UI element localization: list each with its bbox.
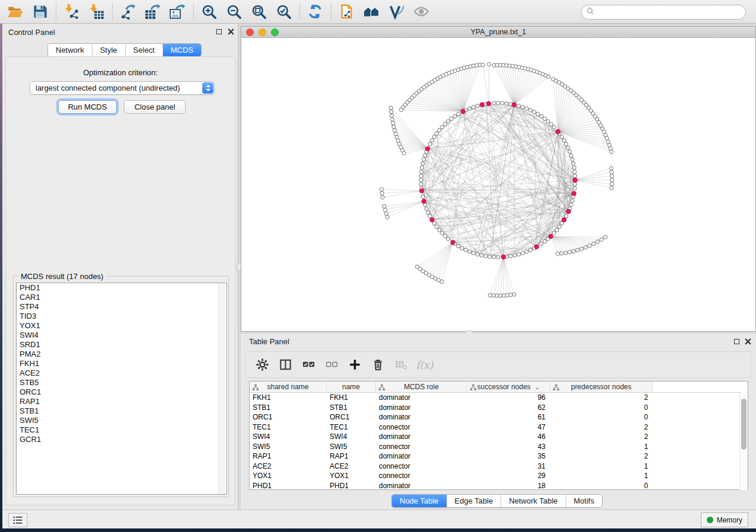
network-canvas[interactable] [241, 38, 755, 331]
float-panel-icon[interactable] [733, 338, 741, 345]
table-cell: RAP1 [250, 451, 327, 462]
mcds-result-list[interactable]: PHD1CAR1STP4TID3YOX1SWI4SRD1PMA2FKH1ACE2… [16, 283, 227, 495]
mcds-result-item[interactable]: SRD1 [17, 340, 227, 350]
mcds-result-item[interactable]: SWI4 [17, 331, 227, 340]
tab-style[interactable]: Style [92, 44, 125, 56]
search-box[interactable] [581, 5, 746, 20]
table-row[interactable]: ACE2ACE2connector311 [250, 462, 739, 472]
settings-gear-icon[interactable] [254, 357, 270, 373]
table-row[interactable]: YOX1YOX1connector291 [250, 471, 739, 481]
table-cell: STB1 [327, 403, 376, 413]
mcds-result-item[interactable]: ACE2 [17, 368, 227, 378]
network-from-document-icon[interactable] [336, 2, 356, 22]
mcds-result-item[interactable]: STB1 [17, 406, 227, 416]
table-row[interactable]: PHD1PHD1dominator180 [250, 481, 739, 491]
vizmapper-icon[interactable] [386, 2, 406, 22]
delete-column-icon[interactable] [370, 357, 385, 373]
save-session-icon[interactable] [30, 2, 50, 22]
table-cell: SWI5 [250, 442, 327, 452]
table-row[interactable]: TEC1TEC1connector472 [250, 422, 739, 432]
table-scrollbar-thumb[interactable] [741, 399, 747, 450]
add-column-icon[interactable] [347, 357, 362, 373]
tab-network-table[interactable]: Network Table [500, 495, 565, 507]
column-header-predecessor-nodes[interactable]: predecessor nodes [550, 382, 653, 393]
attribute-type-icon [553, 384, 560, 393]
mcds-result-item[interactable]: STB5 [17, 378, 227, 387]
table-row[interactable]: STB1STB1dominator620 [250, 403, 739, 413]
mcds-result-item[interactable]: TID3 [17, 312, 227, 321]
run-mcds-button[interactable]: Run MCDS [58, 100, 117, 114]
attribute-type-icon [470, 384, 477, 393]
task-history-button[interactable] [8, 513, 27, 527]
memory-status-icon [707, 517, 713, 523]
export-network-icon[interactable] [117, 2, 138, 22]
home-networks-icon[interactable] [361, 2, 381, 22]
table-cell: PHD1 [327, 481, 376, 491]
select-all-icon[interactable] [301, 357, 316, 373]
mcds-result-item[interactable]: STP4 [17, 302, 227, 312]
table-row[interactable]: SWI4SWI4dominator462 [250, 432, 739, 442]
mcds-result-item[interactable]: PHD1 [17, 283, 227, 293]
close-panel-icon[interactable] [227, 28, 235, 36]
table-cell: 2 [550, 432, 653, 442]
column-header-successor-nodes[interactable]: successor nodes⌄ [467, 382, 550, 393]
toolbar-separator [56, 4, 56, 20]
float-panel-icon[interactable] [215, 28, 223, 36]
export-image-icon[interactable] [167, 2, 187, 22]
table-cell: 35 [467, 451, 550, 462]
mcds-result-item[interactable]: RAP1 [17, 397, 227, 406]
table-scrollbar[interactable] [739, 393, 748, 490]
close-panel-icon[interactable] [744, 338, 752, 345]
tab-select[interactable]: Select [125, 44, 162, 56]
column-header-MCDS-role[interactable]: MCDS role [376, 382, 467, 393]
deselect-all-icon[interactable] [324, 357, 339, 373]
table-cell: ACE2 [250, 462, 327, 472]
import-table-icon[interactable] [86, 2, 106, 22]
mcds-result-item[interactable]: CAR1 [17, 293, 227, 302]
toolbar-separator [331, 4, 331, 20]
table-cell: dominator [376, 481, 467, 491]
zoom-in-icon[interactable] [199, 2, 219, 22]
zoom-selected-icon[interactable] [273, 2, 294, 22]
table-cell: YOX1 [250, 471, 327, 481]
mcds-result-item[interactable]: ORC1 [17, 387, 227, 397]
zoom-out-icon[interactable] [224, 2, 244, 22]
open-folder-icon[interactable] [5, 2, 25, 22]
mcds-result-item[interactable]: SWI5 [17, 416, 227, 425]
column-header-shared-name[interactable]: shared name [250, 382, 327, 393]
split-columns-icon[interactable] [277, 357, 293, 373]
mcds-result-item[interactable]: PMA2 [17, 350, 227, 359]
sort-chevron-icon[interactable]: ⌄ [535, 384, 540, 390]
memory-button[interactable]: Memory [701, 512, 748, 527]
column-header-label: name [342, 383, 360, 391]
table-panel-title: Table Panel [249, 337, 289, 346]
table-row[interactable]: ORC1ORC1dominator610 [250, 412, 739, 422]
column-header-name[interactable]: name [327, 382, 376, 393]
mcds-list-scrollbar[interactable] [218, 284, 226, 495]
mcds-result-item[interactable]: TEC1 [17, 425, 227, 435]
mcds-result-item[interactable]: FKH1 [17, 359, 227, 368]
table-row[interactable]: SWI5SWI5connector431 [250, 442, 739, 452]
dropdown-stepper-icon [202, 82, 213, 94]
table-cell: 0 [550, 412, 653, 422]
table-row[interactable]: FKH1FKH1dominator962 [250, 393, 739, 403]
tab-node-table[interactable]: Node Table [392, 495, 446, 507]
table-row[interactable]: RAP1RAP1dominator352 [250, 451, 739, 462]
criterion-dropdown[interactable]: largest connected component (undirected) [30, 81, 215, 95]
network-window-titlebar[interactable]: YPA_prune.txt_1 [241, 27, 755, 38]
mcds-result-item[interactable]: GCR1 [17, 435, 227, 444]
export-table-icon[interactable] [142, 2, 162, 22]
table-cell: 46 [467, 432, 550, 442]
tab-mcds[interactable]: MCDS [162, 44, 201, 56]
tab-edge-table[interactable]: Edge Table [446, 495, 501, 507]
tab-network[interactable]: Network [48, 44, 92, 56]
refresh-layout-icon[interactable] [305, 2, 325, 22]
tab-motifs[interactable]: Motifs [566, 495, 602, 507]
network-graph[interactable] [241, 38, 755, 331]
import-network-icon[interactable] [61, 2, 81, 22]
close-panel-button[interactable]: Close panel [124, 100, 186, 114]
zoom-fit-icon[interactable] [248, 2, 269, 22]
search-input[interactable] [595, 7, 745, 18]
table-cell: 18 [467, 481, 550, 491]
mcds-result-item[interactable]: YOX1 [17, 321, 227, 331]
